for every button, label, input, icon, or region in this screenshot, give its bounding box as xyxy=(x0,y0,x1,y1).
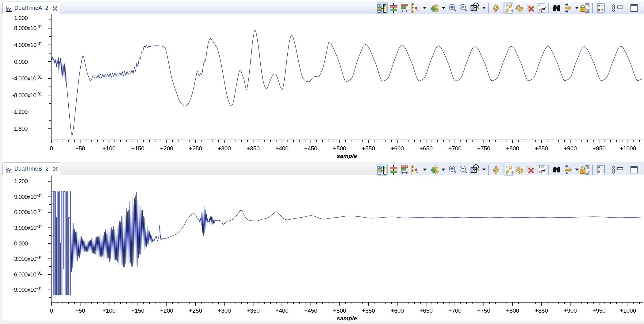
svg-text:+700: +700 xyxy=(448,307,462,314)
svg-text:+1000: +1000 xyxy=(620,145,636,152)
svg-text:+500: +500 xyxy=(333,307,346,314)
svg-text:+250: +250 xyxy=(189,145,202,152)
svg-text:0: 0 xyxy=(50,307,53,314)
svg-text:+400: +400 xyxy=(275,145,289,152)
svg-text:+500: +500 xyxy=(333,145,346,152)
svg-text:-8.000x10-01: -8.000x10-01 xyxy=(12,91,42,98)
svg-text:H: H xyxy=(511,171,513,174)
svg-text:+650: +650 xyxy=(420,145,433,152)
svg-text:+600: +600 xyxy=(391,307,404,314)
svg-text:+800: +800 xyxy=(506,145,519,152)
svg-text:H: H xyxy=(506,166,508,169)
svg-text:3.000x10-01: 3.000x10-01 xyxy=(14,224,42,231)
svg-text:9.000x10-01: 9.000x10-01 xyxy=(14,193,42,200)
svg-text:+850: +850 xyxy=(535,145,548,152)
svg-text:+350: +350 xyxy=(247,145,260,152)
svg-text:+150: +150 xyxy=(131,307,144,314)
svg-text:+150: +150 xyxy=(131,145,144,152)
svg-text:+900: +900 xyxy=(564,145,577,152)
svg-text:+750: +750 xyxy=(477,307,490,314)
svg-text:-1.200: -1.200 xyxy=(12,109,28,115)
svg-text:+650: +650 xyxy=(420,307,433,314)
svg-text:+550: +550 xyxy=(362,145,375,152)
svg-text:+200: +200 xyxy=(160,145,173,152)
svg-text:-1.600: -1.600 xyxy=(12,125,28,132)
svg-text:0.000: 0.000 xyxy=(14,240,28,247)
svg-text:+450: +450 xyxy=(304,307,317,314)
svg-text:+450: +450 xyxy=(304,145,317,152)
svg-text:sample: sample xyxy=(337,153,357,159)
svg-text:1.200: 1.200 xyxy=(14,178,28,184)
svg-text:+400: +400 xyxy=(275,307,289,314)
svg-text:+350: +350 xyxy=(247,307,260,314)
svg-text:+300: +300 xyxy=(218,307,231,314)
svg-text:+250: +250 xyxy=(189,307,202,314)
svg-text:+700: +700 xyxy=(448,145,462,152)
svg-text:H: H xyxy=(511,9,513,13)
svg-text:1.200: 1.200 xyxy=(14,15,28,21)
svg-text:-6.000x10-01: -6.000x10-01 xyxy=(12,271,42,278)
svg-text:+100: +100 xyxy=(102,145,116,152)
svg-text:6.000x10-01: 6.000x10-01 xyxy=(14,208,42,215)
svg-text:+800: +800 xyxy=(506,307,519,314)
svg-text:+100: +100 xyxy=(102,307,116,314)
svg-text:+850: +850 xyxy=(535,307,548,314)
svg-text:-3.000x10-01: -3.000x10-01 xyxy=(12,255,42,262)
svg-text:+950: +950 xyxy=(592,307,606,314)
svg-text:-9.000x10-01: -9.000x10-01 xyxy=(12,286,42,293)
svg-text:4.000x10-01: 4.000x10-01 xyxy=(14,41,42,48)
svg-text:sample: sample xyxy=(337,315,357,321)
svg-text:0: 0 xyxy=(50,145,53,152)
svg-text:+50: +50 xyxy=(75,145,85,152)
svg-text:8.000x10-01: 8.000x10-01 xyxy=(14,24,42,31)
svg-text:+50: +50 xyxy=(75,307,85,314)
svg-text:H: H xyxy=(506,4,508,7)
svg-text:0.000: 0.000 xyxy=(14,59,28,65)
svg-text:-4.000x10-01: -4.000x10-01 xyxy=(12,75,42,82)
svg-text:+950: +950 xyxy=(592,145,606,152)
svg-text:+200: +200 xyxy=(160,307,173,314)
svg-text:+1000: +1000 xyxy=(620,307,636,314)
svg-text:+900: +900 xyxy=(564,307,577,314)
svg-text:+750: +750 xyxy=(477,145,490,152)
svg-text:+300: +300 xyxy=(218,145,231,152)
svg-text:+600: +600 xyxy=(391,145,404,152)
svg-text:+550: +550 xyxy=(362,307,375,314)
